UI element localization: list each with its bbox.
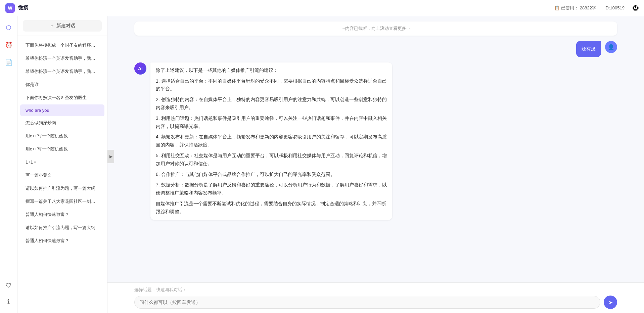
chat-input[interactable]: [134, 296, 600, 309]
sidebar-icon-document[interactable]: 📄: [3, 56, 15, 69]
chat-list-item[interactable]: 下面你将扮演一名叫圣友的医生: [20, 91, 104, 104]
app-logo: W: [5, 3, 15, 13]
input-row: ➤: [134, 296, 617, 309]
user-message: 👤还有没: [134, 41, 617, 57]
chat-list: 下面你将模拟成一个叫圣友的程序员，我说...希望你扮演一个英语发音助手，我提供给…: [17, 36, 107, 313]
avatar: AI: [134, 62, 146, 75]
chat-list-item[interactable]: 撰写一篇关于八大家花园社区一刻钟便民生...: [20, 195, 104, 208]
main-layout: ⬡ ⏰ 📄 🛡 ℹ ＋ 新建对话 下面你将模拟成一个叫圣友的程序员，我说...希…: [0, 16, 644, 313]
chat-list-item[interactable]: 1+1＝: [20, 156, 104, 169]
header: W 微撰 📋 已使用： 28822字 ID:100519 ⏻: [0, 0, 644, 16]
chat-list-item[interactable]: 用c++写一个随机函数: [20, 130, 104, 142]
chat-main: ···内容已截断，向上滚动查看更多··· 👤还有没AI除了上述建议，以下是一些其…: [107, 16, 644, 313]
sidebar-collapse-toggle[interactable]: ▶: [107, 150, 114, 163]
stat-label: 已使用：: [561, 5, 579, 11]
quick-select-label: 选择话题，快速与我对话：: [134, 287, 617, 293]
send-button[interactable]: ➤: [604, 296, 617, 309]
usage-stat: 📋 已使用： 28822字: [554, 5, 596, 11]
chat-list-item[interactable]: 希望你扮演一个英语发音助手，我提供给你...: [20, 52, 104, 65]
sidebar-icon-info[interactable]: ℹ: [3, 296, 15, 308]
plus-icon: ＋: [50, 23, 54, 29]
chat-list-item[interactable]: 怎么做狗屎炒肉: [20, 117, 104, 129]
chat-list-item[interactable]: 用c++写一个随机函数: [20, 143, 104, 155]
send-icon: ➤: [608, 299, 613, 306]
chat-list-item[interactable]: 请以如何推广引流为题，写一篇大纲: [20, 221, 104, 234]
chat-sidebar: ＋ 新建对话 下面你将模拟成一个叫圣友的程序员，我说...希望你扮演一个英语发音…: [17, 16, 107, 313]
chat-list-item[interactable]: 写一篇小黄文: [20, 169, 104, 182]
prev-message-indicator: ···内容已截断，向上滚动查看更多···: [134, 21, 617, 36]
ai-bubble: 除了上述建议，以下是一些其他的自媒体推广引流的建议：1. 选择适合自己的平台：不…: [150, 62, 392, 220]
sidebar-icon-clock[interactable]: ⏰: [3, 39, 15, 51]
new-chat-label: 新建对话: [56, 23, 75, 29]
chat-list-item[interactable]: 下面你将模拟成一个叫圣友的程序员，我说...: [20, 39, 104, 52]
chat-list-item[interactable]: 请以如何推广引流为题，写一篇大纲: [20, 182, 104, 195]
chat-list-item[interactable]: 普通人如何快速致富？: [20, 234, 104, 247]
chat-messages: ···内容已截断，向上滚动查看更多··· 👤还有没AI除了上述建议，以下是一些其…: [107, 16, 644, 282]
header-left: W 微撰: [5, 3, 28, 13]
chat-list-item[interactable]: 普通人如何快速致富？: [20, 208, 104, 221]
icon-sidebar-bottom: 🛡 ℹ: [3, 279, 15, 308]
new-chat-button[interactable]: ＋ 新建对话: [23, 20, 102, 32]
chat-sidebar-header: ＋ 新建对话: [17, 16, 107, 36]
app-title: 微撰: [18, 5, 28, 11]
chat-list-item[interactable]: 希望你扮演一个英语发音助手，我提供给你...: [20, 65, 104, 78]
chat-list-item[interactable]: 你是谁: [20, 78, 104, 91]
user-bubble: 还有没: [576, 41, 601, 57]
header-right: 📋 已使用： 28822字 ID:100519 ⏻: [554, 5, 639, 11]
ai-message: AI除了上述建议，以下是一些其他的自媒体推广引流的建议：1. 选择适合自己的平台…: [134, 62, 617, 220]
doc-icon: 📋: [554, 5, 560, 10]
stat-value: 28822字: [580, 5, 596, 11]
user-id: ID:100519: [604, 5, 625, 10]
power-button[interactable]: ⏻: [633, 5, 639, 11]
sidebar-icon-shield[interactable]: 🛡: [3, 279, 15, 292]
chat-list-item[interactable]: who are you: [20, 104, 104, 116]
sidebar-icon-package[interactable]: ⬡: [3, 21, 15, 34]
avatar: 👤: [605, 41, 617, 53]
chat-input-area: 选择话题，快速与我对话： ➤: [107, 282, 644, 313]
icon-sidebar: ⬡ ⏰ 📄 🛡 ℹ: [0, 16, 17, 313]
